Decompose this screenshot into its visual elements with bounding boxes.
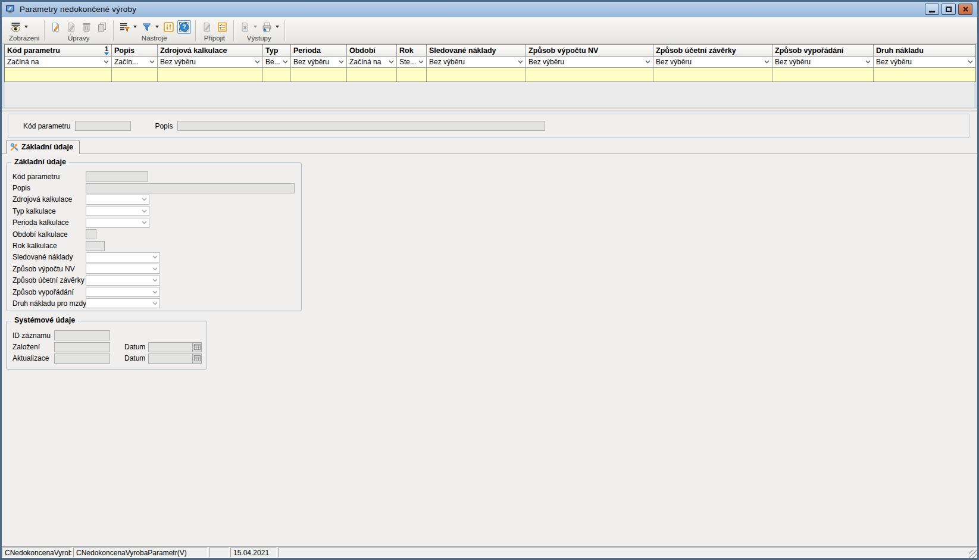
filter-input-cell[interactable] (158, 68, 263, 82)
field-label: Rok kalkulace (12, 242, 86, 250)
column-header-perioda[interactable]: Perioda (291, 45, 347, 57)
column-header-sledovane-naklady[interactable]: Sledované náklady (427, 45, 526, 57)
attachments-list-button[interactable] (215, 20, 229, 34)
calendar-button[interactable] (192, 353, 202, 364)
view-dropdown-arrow-icon[interactable] (24, 26, 28, 28)
view-eye-icon (11, 22, 21, 32)
kod-parametru-field[interactable] (86, 171, 148, 182)
popis-header-input[interactable] (177, 121, 545, 131)
statusbar-view-name: CNedokoncenaVyrobaParametr(V) (73, 548, 208, 558)
filter-input-cell[interactable] (397, 68, 427, 82)
perioda-kalkulace-combo[interactable] (86, 218, 149, 228)
filter-input-cell[interactable] (291, 68, 347, 82)
minimize-button[interactable] (925, 4, 939, 15)
filter-input-cell[interactable] (653, 68, 772, 82)
field-label: Perioda kalkulace (12, 218, 86, 227)
sledovane-naklady-combo[interactable] (86, 252, 160, 262)
calendar-icon (194, 355, 201, 361)
help-button[interactable]: ? (177, 20, 191, 34)
close-button[interactable] (958, 4, 972, 15)
filter-dropdown-popis[interactable]: Začín... (112, 57, 158, 68)
filter-dropdown-arrow-icon[interactable] (155, 26, 159, 28)
new-record-button[interactable] (49, 20, 62, 34)
filter-dropdown-typ[interactable]: Be... (263, 57, 291, 68)
filter-button[interactable] (140, 20, 154, 34)
filter-input-cell[interactable] (347, 68, 397, 82)
column-header-typ[interactable]: Typ (263, 45, 291, 57)
filter-input-cell[interactable] (427, 68, 526, 82)
column-header-kod-parametru[interactable]: Kód parametru 1 (5, 45, 112, 57)
auto-filter-dropdown-arrow-icon[interactable] (133, 26, 137, 28)
column-header-zpusob-vypoctu-nv[interactable]: Způsob výpočtu NV (526, 45, 653, 57)
export-dropdown-arrow-icon[interactable] (254, 26, 257, 28)
filter-dropdown-sledovane-naklady[interactable]: Bez výběru (427, 57, 526, 68)
help-icon: ? (179, 22, 189, 32)
statusbar-cell (209, 548, 229, 558)
field-label: Založení (12, 343, 54, 351)
filter-dropdown-rok[interactable]: Ste... (397, 57, 427, 68)
column-header-rok[interactable]: Rok (397, 45, 427, 57)
column-header-zpusob-vyporadani[interactable]: Způsob vypořádání (772, 45, 874, 57)
filter-input-cell[interactable] (874, 68, 975, 82)
zalozeni-datum-field[interactable] (148, 342, 202, 352)
titlebar: Parametry nedokončené výroby (2, 2, 977, 17)
auto-filter-button[interactable] (118, 20, 132, 34)
chevron-down-icon (104, 60, 109, 64)
column-header-zpusob-ucetni-zaverky[interactable]: Způsob účetní závěrky (653, 45, 772, 57)
column-header-popis[interactable]: Popis (112, 45, 158, 57)
zpusob-vypoctu-nv-combo[interactable] (86, 264, 160, 274)
chevron-down-icon (418, 60, 424, 64)
id-zaznamu-field[interactable] (54, 330, 110, 340)
copy-record-button[interactable] (95, 20, 109, 34)
filter-dropdown-perioda[interactable]: Bez výběru (291, 57, 347, 68)
filter-input-cell[interactable] (5, 68, 112, 82)
chevron-down-icon (339, 60, 344, 64)
zpusob-vyporadani-combo[interactable] (86, 287, 160, 297)
grid-filter-row: Začíná na Začín... Bez výběru Be... Bez … (5, 57, 975, 68)
filter-input-cell[interactable] (263, 68, 291, 82)
view-button[interactable] (9, 20, 23, 34)
calendar-button[interactable] (192, 342, 202, 352)
filter-dropdown-zpusob-ucetni-zaverky[interactable]: Bez výběru (653, 57, 772, 68)
column-header-druh-nakladu[interactable]: Druh nákladu (874, 45, 975, 57)
sort-desc-arrow-icon (104, 52, 109, 55)
filter-dropdown-kod-parametru[interactable]: Začíná na (5, 57, 112, 68)
column-header-zdrojova-kalkulace[interactable]: Zdrojová kalkulace (158, 45, 263, 57)
print-button[interactable] (260, 20, 274, 34)
filter-dropdown-zpusob-vypoctu-nv[interactable]: Bez výběru (526, 57, 653, 68)
filter-dropdown-zpusob-vyporadani[interactable]: Bez výběru (772, 57, 874, 68)
export-button[interactable]: x (238, 20, 252, 34)
filter-input-cell[interactable] (772, 68, 874, 82)
toolbar-group-zobrazeni: Zobrazení (5, 18, 43, 43)
maximize-button[interactable] (942, 4, 956, 15)
grid-header-row: Kód parametru 1 Popis Zdrojová kalkulace… (5, 45, 975, 57)
kod-parametru-header-input[interactable] (75, 121, 131, 131)
group-title: Základní údaje (11, 158, 69, 166)
edit-record-button[interactable] (64, 20, 78, 34)
settings-button[interactable] (162, 20, 176, 34)
resize-grip[interactable] (969, 550, 977, 558)
zdrojova-kalkulace-combo[interactable] (86, 195, 149, 205)
column-header-obdobi[interactable]: Období (347, 45, 397, 57)
filter-input-cell[interactable] (112, 68, 158, 82)
popis-field[interactable] (86, 183, 295, 193)
filter-dropdown-zdrojova-kalkulace[interactable]: Bez výběru (158, 57, 263, 68)
zalozeni-field[interactable] (54, 342, 110, 352)
rok-kalkulace-field[interactable] (86, 241, 105, 251)
minimize-icon (929, 11, 935, 12)
aktualizace-datum-field[interactable] (148, 353, 202, 364)
toolbar-separator (44, 20, 45, 41)
aktualizace-field[interactable] (54, 353, 110, 364)
filter-dropdown-druh-nakladu[interactable]: Bez výběru (874, 57, 975, 68)
attach-button[interactable] (200, 20, 214, 34)
print-dropdown-arrow-icon[interactable] (276, 26, 279, 28)
filter-dropdown-obdobi[interactable]: Začíná na (347, 57, 397, 68)
druh-nakladu-pro-mzdy-combo[interactable] (86, 298, 160, 308)
zpusob-ucetni-zaverky-combo[interactable] (86, 276, 160, 286)
filter-input-cell[interactable] (526, 68, 653, 82)
typ-kalkulace-combo[interactable] (86, 206, 149, 216)
field-label: Způsob vypořádání (12, 288, 86, 296)
obdobi-kalkulace-field[interactable] (86, 229, 96, 239)
delete-record-button[interactable] (80, 20, 93, 34)
tab-zakladni-udaje[interactable]: Základní údaje (6, 140, 80, 154)
